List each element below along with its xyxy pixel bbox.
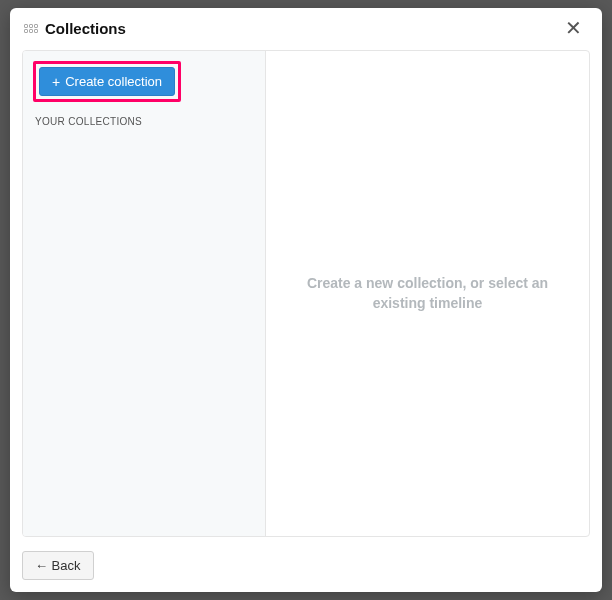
- create-collection-button[interactable]: + Create collection: [39, 67, 175, 96]
- sidebar: + Create collection YOUR COLLECTIONS: [23, 51, 266, 536]
- close-button[interactable]: ✕: [559, 16, 588, 40]
- close-icon: ✕: [565, 17, 582, 39]
- your-collections-label: YOUR COLLECTIONS: [35, 116, 255, 127]
- create-button-highlight: + Create collection: [33, 61, 181, 102]
- plus-icon: +: [52, 75, 60, 89]
- header-left: Collections: [24, 20, 126, 37]
- modal-header: Collections ✕: [10, 8, 602, 44]
- collections-icon: [24, 24, 38, 33]
- collections-modal: Collections ✕ + Create collection YOUR C…: [10, 8, 602, 592]
- modal-body: + Create collection YOUR COLLECTIONS Cre…: [22, 50, 590, 537]
- main-panel: Create a new collection, or select an ex…: [266, 51, 589, 536]
- create-button-label: Create collection: [65, 74, 162, 89]
- back-button-label: ← Back: [35, 558, 81, 573]
- modal-title: Collections: [45, 20, 126, 37]
- back-button[interactable]: ← Back: [22, 551, 94, 580]
- placeholder-text: Create a new collection, or select an ex…: [286, 274, 569, 313]
- modal-footer: ← Back: [10, 545, 602, 592]
